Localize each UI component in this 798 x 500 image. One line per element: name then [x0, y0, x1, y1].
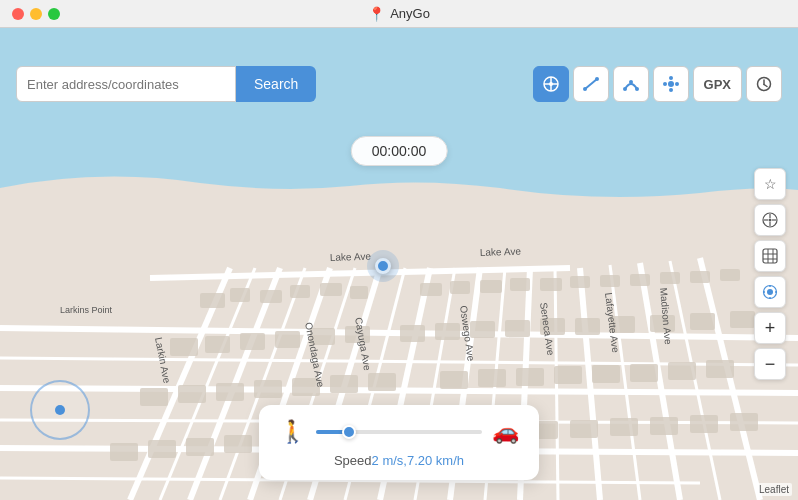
svg-point-104 [549, 82, 553, 86]
one-stop-route-button[interactable] [573, 66, 609, 102]
marker-pulse [367, 250, 399, 282]
maximize-button[interactable] [48, 8, 60, 20]
svg-rect-66 [368, 373, 396, 391]
svg-rect-76 [148, 440, 176, 458]
svg-rect-87 [610, 418, 638, 436]
svg-rect-32 [350, 286, 368, 299]
svg-rect-70 [554, 366, 582, 384]
svg-point-106 [595, 77, 599, 81]
toolbar: Search [0, 56, 798, 112]
svg-rect-34 [450, 281, 470, 294]
search-input[interactable] [16, 66, 236, 102]
svg-rect-41 [660, 272, 680, 284]
svg-rect-50 [400, 325, 425, 342]
svg-text:Larkins Point: Larkins Point [60, 305, 113, 315]
search-button[interactable]: Search [236, 66, 316, 102]
svg-rect-38 [570, 276, 590, 288]
svg-rect-73 [668, 362, 696, 380]
mini-compass-circle[interactable] [30, 380, 90, 440]
svg-rect-65 [330, 375, 358, 393]
zoom-in-button[interactable]: + [754, 312, 786, 344]
svg-rect-28 [230, 288, 250, 302]
svg-point-112 [669, 88, 673, 92]
map-type-button[interactable] [754, 240, 786, 272]
svg-rect-58 [690, 313, 715, 330]
favorites-button[interactable]: ☆ [754, 168, 786, 200]
svg-rect-71 [592, 365, 620, 383]
svg-point-114 [675, 82, 679, 86]
svg-point-110 [668, 81, 674, 87]
svg-rect-88 [650, 417, 678, 435]
svg-rect-68 [478, 369, 506, 387]
svg-rect-61 [178, 385, 206, 403]
history-button[interactable] [746, 66, 782, 102]
svg-rect-60 [140, 388, 168, 406]
svg-rect-59 [730, 311, 755, 328]
mini-compass-dot [55, 405, 65, 415]
svg-rect-36 [510, 278, 530, 291]
gpx-button[interactable]: GPX [693, 66, 742, 102]
svg-rect-31 [320, 283, 342, 296]
svg-rect-53 [505, 320, 530, 337]
leaflet-attribution: Leaflet [756, 483, 792, 496]
svg-rect-72 [630, 364, 658, 382]
svg-rect-42 [690, 271, 710, 283]
map-container[interactable]: Lake Ave Lake Ave Madison Ave Lafayette … [0, 28, 798, 500]
svg-rect-27 [200, 293, 225, 308]
svg-point-107 [623, 87, 627, 91]
svg-rect-30 [290, 285, 310, 298]
zoom-out-button[interactable]: − [754, 348, 786, 380]
map-marker[interactable] [375, 258, 391, 274]
svg-rect-45 [205, 336, 230, 353]
minimize-button[interactable] [30, 8, 42, 20]
speed-label: Speed 2 m/s,7.20 km/h [279, 453, 519, 468]
speed-panel: 🚶 🚗 Speed 2 m/s,7.20 km/h [259, 405, 539, 480]
multi-stop-route-button[interactable] [613, 66, 649, 102]
joystick-mode-button[interactable] [653, 66, 689, 102]
svg-rect-77 [186, 438, 214, 456]
speed-value: 2 m/s,7.20 km/h [372, 453, 464, 468]
svg-rect-90 [730, 413, 758, 431]
svg-rect-47 [275, 331, 300, 348]
speed-slider-container[interactable] [316, 430, 482, 434]
svg-point-111 [669, 76, 673, 80]
teleport-mode-button[interactable] [533, 66, 569, 102]
my-location-button[interactable] [754, 276, 786, 308]
svg-rect-75 [110, 443, 138, 461]
svg-rect-35 [480, 280, 502, 293]
car-icon: 🚗 [492, 419, 519, 445]
walk-icon: 🚶 [279, 419, 306, 445]
svg-point-113 [663, 82, 667, 86]
map-controls: ☆ [754, 168, 786, 380]
svg-rect-44 [170, 338, 198, 356]
svg-point-129 [767, 289, 773, 295]
svg-rect-69 [516, 368, 544, 386]
speed-control-row: 🚶 🚗 [279, 419, 519, 445]
svg-rect-86 [570, 420, 598, 438]
titlebar: 📍 AnyGo [0, 0, 798, 28]
svg-rect-37 [540, 278, 562, 291]
svg-text:Lake Ave: Lake Ave [330, 251, 372, 263]
svg-point-108 [629, 80, 633, 84]
svg-rect-40 [630, 274, 650, 286]
svg-rect-33 [420, 283, 442, 296]
svg-rect-74 [706, 360, 734, 378]
svg-text:Lake Ave: Lake Ave [480, 246, 522, 258]
speed-text: Speed [334, 453, 372, 468]
close-button[interactable] [12, 8, 24, 20]
svg-rect-29 [260, 290, 282, 303]
timer-display: 00:00:00 [351, 136, 448, 166]
traffic-lights [12, 8, 60, 20]
app-title-area: 📍 AnyGo [368, 6, 430, 22]
svg-rect-51 [435, 323, 460, 340]
svg-rect-39 [600, 275, 620, 287]
svg-rect-89 [690, 415, 718, 433]
svg-point-109 [635, 87, 639, 91]
svg-rect-63 [254, 380, 282, 398]
svg-rect-67 [440, 371, 468, 389]
svg-point-105 [583, 87, 587, 91]
svg-rect-124 [763, 249, 777, 263]
svg-rect-55 [575, 318, 600, 335]
compass-button[interactable] [754, 204, 786, 236]
svg-rect-62 [216, 383, 244, 401]
